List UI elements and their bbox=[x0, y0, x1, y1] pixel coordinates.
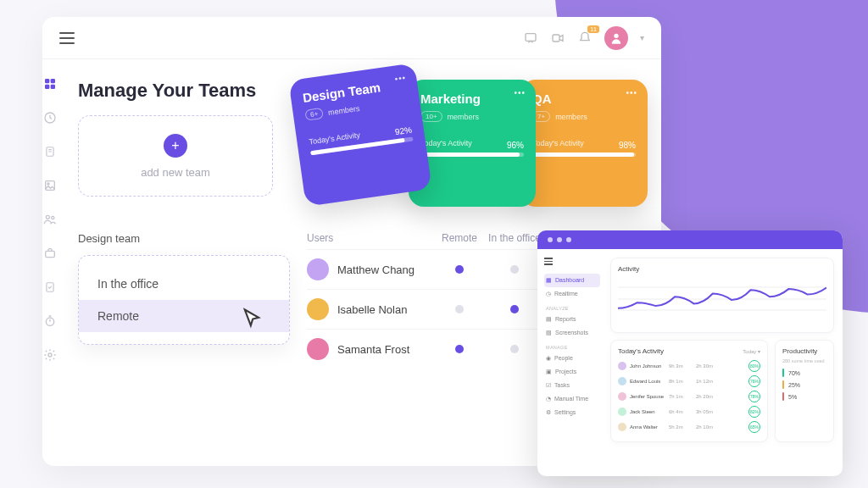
svg-point-15 bbox=[46, 318, 53, 325]
list-item: 70% bbox=[782, 367, 826, 379]
list-item: Jenifer Spouse7h 1m2h 20m78% bbox=[618, 389, 760, 404]
nav-people[interactable]: ◉People bbox=[544, 352, 600, 365]
nav-reports[interactable]: ▤Reports bbox=[544, 313, 600, 326]
menu-icon[interactable] bbox=[59, 32, 75, 44]
topbar: 11 ▾ bbox=[42, 17, 661, 59]
location-selector: In the office Remote bbox=[78, 255, 290, 345]
svg-rect-0 bbox=[526, 33, 536, 41]
svg-rect-3 bbox=[45, 79, 49, 83]
team-card-title: Marketing bbox=[420, 92, 524, 106]
svg-point-16 bbox=[48, 353, 52, 357]
nav-settings[interactable]: ⚙Settings bbox=[544, 406, 600, 419]
location-option-remote[interactable]: Remote bbox=[79, 300, 289, 332]
list-item: Jack Steen6h 4m3h 05m82% bbox=[618, 404, 760, 419]
nav-screenshots[interactable]: ▧Screenshots bbox=[544, 326, 600, 340]
notification-badge: 11 bbox=[587, 25, 599, 33]
svg-point-12 bbox=[52, 216, 54, 219]
avatar[interactable] bbox=[604, 26, 628, 50]
svg-rect-5 bbox=[45, 85, 49, 89]
users-table-header: Users Remote In the office bbox=[307, 232, 544, 249]
document-icon[interactable] bbox=[42, 144, 58, 159]
today-activity-card: Today's ActivityToday ▾ John Johnson9h 3… bbox=[610, 340, 768, 442]
design-team-heading: Design team bbox=[78, 232, 290, 245]
nav-tasks[interactable]: ☑Tasks bbox=[544, 379, 600, 392]
briefcase-icon[interactable] bbox=[42, 246, 58, 261]
more-icon[interactable]: ••• bbox=[394, 73, 407, 84]
team-card-design[interactable]: ••• Design Team 6+members Today's Activi… bbox=[288, 63, 431, 206]
add-team-button[interactable]: + add new team bbox=[78, 115, 273, 197]
table-row[interactable]: Samanta Frost bbox=[307, 329, 544, 369]
activity-line-chart bbox=[618, 276, 826, 322]
nav-manual-time[interactable]: ◔Manual Time bbox=[544, 392, 600, 406]
image-icon[interactable] bbox=[42, 178, 58, 193]
cursor-icon bbox=[240, 307, 264, 330]
list-item: 5% bbox=[782, 391, 826, 402]
nav-realtime[interactable]: ◷Realtime bbox=[544, 287, 600, 301]
people-icon[interactable] bbox=[42, 212, 58, 227]
team-card-qa[interactable]: ••• QA 7+members Today's Activity 98% bbox=[520, 80, 648, 207]
add-team-label: add new team bbox=[141, 166, 210, 179]
chat-icon[interactable] bbox=[523, 30, 538, 46]
plus-icon: + bbox=[164, 134, 187, 158]
mini-dashboard-window: ▦Dashboard ◷Realtime ANALYZE ▤Reports ▧S… bbox=[537, 230, 843, 476]
timer-icon[interactable] bbox=[42, 313, 58, 329]
svg-rect-4 bbox=[51, 79, 55, 83]
svg-rect-1 bbox=[553, 35, 559, 42]
productivity-card: Productivity 280 some time used 70%25%5% bbox=[775, 340, 834, 442]
activity-chart-card: Activity bbox=[610, 258, 834, 333]
chevron-down-icon[interactable]: ▾ bbox=[640, 33, 644, 42]
more-icon[interactable]: ••• bbox=[514, 88, 526, 97]
svg-rect-6 bbox=[51, 85, 55, 89]
svg-point-2 bbox=[614, 33, 618, 37]
svg-rect-13 bbox=[46, 251, 55, 257]
nav-projects[interactable]: ▣Projects bbox=[544, 365, 600, 379]
list-item: John Johnson9h 3m2h 30m80% bbox=[618, 358, 760, 374]
activity-chart-title: Activity bbox=[618, 265, 826, 273]
menu-icon[interactable] bbox=[544, 258, 600, 265]
nav-dashboard[interactable]: ▦Dashboard bbox=[544, 274, 600, 287]
more-icon[interactable]: ••• bbox=[626, 88, 637, 97]
mini-sidebar: ▦Dashboard ◷Realtime ANALYZE ▤Reports ▧S… bbox=[537, 249, 607, 476]
checklist-icon[interactable] bbox=[42, 280, 58, 295]
list-item: Anna Walter5h 2m2h 10m65% bbox=[618, 419, 760, 435]
bell-icon[interactable]: 11 bbox=[577, 30, 593, 46]
svg-point-11 bbox=[46, 215, 49, 219]
video-icon[interactable] bbox=[550, 30, 565, 46]
table-row[interactable]: Matthew Chang bbox=[307, 249, 544, 289]
location-option-office[interactable]: In the office bbox=[79, 268, 289, 300]
table-row[interactable]: Isabelle Nolan bbox=[307, 289, 544, 329]
list-item: 25% bbox=[782, 379, 826, 391]
team-card-title: QA bbox=[532, 92, 636, 106]
left-nav-rail bbox=[42, 59, 58, 466]
gear-icon[interactable] bbox=[42, 347, 58, 363]
list-item: Edward Louis8h 1m1h 12m76% bbox=[618, 374, 760, 389]
team-card-marketing[interactable]: ••• Marketing 10+members Today's Activit… bbox=[409, 80, 536, 207]
clock-icon[interactable] bbox=[42, 110, 58, 125]
mini-titlebar bbox=[537, 230, 843, 249]
dashboard-icon[interactable] bbox=[42, 76, 58, 92]
svg-rect-9 bbox=[46, 181, 55, 191]
page-title: Manage Your Teams bbox=[78, 80, 273, 102]
svg-point-10 bbox=[47, 183, 49, 185]
